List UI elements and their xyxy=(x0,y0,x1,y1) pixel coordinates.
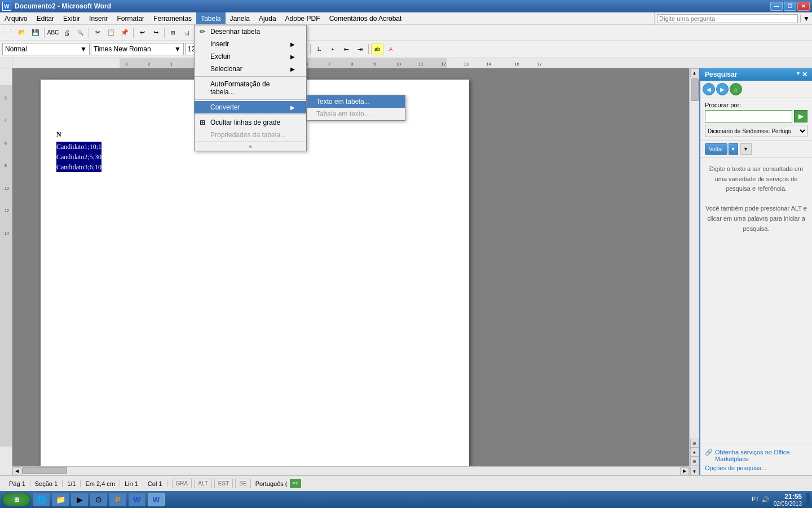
scroll-up-button[interactable]: ▲ xyxy=(690,68,699,77)
search-go-button[interactable]: ▶ xyxy=(794,110,807,122)
redo-button[interactable]: ↪ xyxy=(149,27,162,39)
search-voltar-dropdown-icon[interactable]: ▼ xyxy=(729,143,738,155)
menu-selecionar[interactable]: Selecionar ▶ xyxy=(195,63,306,75)
numbering-button[interactable]: 1. xyxy=(313,43,325,55)
style-dropdown[interactable]: Normal ▼ xyxy=(2,43,90,55)
office-marketplace-link[interactable]: 🔗 Obtenha serviços no Office Marketplace xyxy=(705,449,807,462)
status-line: Lin 1 xyxy=(120,480,143,487)
h-scrollbar-track[interactable] xyxy=(21,467,680,475)
search-panel: Pesquisar ▼ ✕ ◀ ▶ ⌂ Procurar por: ▶ Dici… xyxy=(699,68,812,476)
scroll-left-button[interactable]: ◀ xyxy=(12,467,21,475)
menu-exibir[interactable]: Exibir xyxy=(59,12,85,24)
taskbar-right: PT 🔊 21:55 02/05/2013 xyxy=(752,493,810,507)
svg-text:6: 6 xyxy=(5,141,7,145)
print-button[interactable]: 🖨 xyxy=(60,27,73,39)
start-button[interactable]: ⊞ xyxy=(2,493,30,506)
menu-formatar[interactable]: Formatar xyxy=(112,12,149,24)
spell-button[interactable]: ABC xyxy=(47,27,59,39)
taskbar-word-button[interactable]: W xyxy=(129,493,145,506)
increase-indent-button[interactable]: ⇥ xyxy=(354,43,366,55)
insert-chart-button[interactable]: 📊 xyxy=(180,27,193,39)
search-options-link[interactable]: Opções de pesquisa... xyxy=(705,465,807,471)
font-color-button[interactable]: A xyxy=(385,43,397,55)
open-button[interactable]: 📂 xyxy=(16,27,28,39)
status-est: EST xyxy=(214,479,233,488)
search-back-circle-btn[interactable]: ◀ xyxy=(703,83,715,95)
prev-page-button[interactable]: ⊙ xyxy=(690,439,699,448)
app-icon: W xyxy=(2,2,11,11)
menu-ferramentas[interactable]: Ferramentas xyxy=(149,12,196,24)
inserir-arrow-icon: ▶ xyxy=(290,41,295,47)
search-dictionary-select[interactable]: Dicionário de Sinônimos: Portugu xyxy=(705,125,807,137)
right-scrollbar[interactable]: ▲ ⊙ ● ⊙ ▼ xyxy=(689,68,699,476)
document-lines: Candidato1;10;1 Candidato2;5;30 Candidat… xyxy=(56,142,102,172)
scroll-right-button[interactable]: ▶ xyxy=(680,467,689,475)
font-dropdown[interactable]: Times New Roman ▼ xyxy=(91,43,184,55)
taskbar-ppt-button[interactable]: P xyxy=(109,493,126,506)
doc-line-3: Candidato3;6;10 xyxy=(56,162,102,172)
close-button[interactable]: ✕ xyxy=(797,2,810,11)
taskbar-word2-button[interactable]: W xyxy=(148,493,165,506)
menu-tabela[interactable]: Tabela xyxy=(196,12,225,24)
save-button[interactable]: 💾 xyxy=(29,27,42,39)
menu-inserir[interactable]: Inserir xyxy=(85,12,112,24)
menu-ajuda[interactable]: Ajuda xyxy=(254,12,281,24)
menu-bar: Arquivo Editar Exibir Inserir Formatar F… xyxy=(0,12,812,25)
taskbar-media-button[interactable]: ▶ xyxy=(71,493,88,506)
taskbar-sys-icons: PT 🔊 xyxy=(752,496,769,503)
taskbar-ie-button[interactable]: 🌐 xyxy=(33,493,50,506)
menu-arquivo[interactable]: Arquivo xyxy=(0,12,32,24)
menu-expand[interactable]: « xyxy=(195,141,306,151)
menu-comentarios[interactable]: Comentários do Acrobat xyxy=(325,12,407,24)
ruler-container: 3 2 1 1 2 3 4 5 6 7 8 9 10 11 12 13 14 1… xyxy=(0,58,812,68)
new-button[interactable]: 📄 xyxy=(2,27,15,39)
scrollbar-thumb[interactable] xyxy=(691,78,699,101)
search-home-circle-btn[interactable]: ⌂ xyxy=(730,83,742,95)
taskbar-chrome-button[interactable]: ⊙ xyxy=(90,493,107,506)
cut-button[interactable]: ✂ xyxy=(91,27,104,39)
menu-ocultar-grade[interactable]: ⊞ Ocultar linhas de grade xyxy=(195,116,306,129)
scroll-down-button[interactable]: ▼ xyxy=(690,467,699,476)
marketplace-label: Obtenha serviços no Office Marketplace xyxy=(715,449,807,462)
undo-button[interactable]: ↩ xyxy=(136,27,148,39)
highlight-button[interactable]: ab xyxy=(371,43,383,55)
menu-desenhar-tabela[interactable]: ✏ Desenhar tabela xyxy=(195,25,306,38)
menu-janela[interactable]: Janela xyxy=(226,12,254,24)
taskbar-show-desktop[interactable] xyxy=(806,493,810,506)
menu-editar[interactable]: Editar xyxy=(32,12,59,24)
svg-text:10: 10 xyxy=(396,62,401,67)
search-panel-dropdown-icon[interactable]: ▼ xyxy=(796,71,801,78)
paste-button[interactable]: 📌 xyxy=(118,27,131,39)
menu-adobepdf[interactable]: Adobe PDF xyxy=(281,12,325,24)
svg-text:4: 4 xyxy=(5,119,7,122)
search-input[interactable] xyxy=(705,110,792,122)
h-scrollbar-thumb[interactable] xyxy=(22,467,67,474)
horizontal-scrollbar[interactable]: ◀ ▶ xyxy=(12,466,689,475)
menu-converter[interactable]: Converter ▶ xyxy=(195,101,306,113)
taskbar-folder-button[interactable]: 📁 xyxy=(52,493,69,506)
search-fwd-circle-btn[interactable]: ▶ xyxy=(716,83,729,95)
svg-text:12: 12 xyxy=(5,209,9,213)
dropdown-arrow-icon[interactable]: ▼ xyxy=(803,15,810,23)
menu-excluir[interactable]: Excluir ▶ xyxy=(195,50,306,63)
insert-table-button[interactable]: ⊞ xyxy=(167,27,179,39)
search-panel-close-icon[interactable]: ✕ xyxy=(802,71,807,78)
menu-autoformatacao[interactable]: AutoFormatação de tabela... xyxy=(195,78,306,98)
search-panel-controls: ▼ ✕ xyxy=(796,71,807,78)
quick-search-input[interactable] xyxy=(657,14,798,23)
search-options-button[interactable]: ▼ xyxy=(740,143,752,155)
bullets-button[interactable]: • xyxy=(326,43,339,55)
menu-propriedades: Propriedades da tabela... xyxy=(195,129,306,141)
search-voltar-button[interactable]: Voltar xyxy=(705,143,727,155)
print-preview-button[interactable]: 🔍 xyxy=(74,27,86,39)
converter-arrow-icon: ▶ xyxy=(290,104,295,111)
menu-inserir[interactable]: Inserir ▶ xyxy=(195,38,306,50)
minimize-button[interactable]: — xyxy=(770,2,783,11)
submenu-texto-em-tabela[interactable]: Texto em tabela... xyxy=(307,95,405,108)
restore-button[interactable]: ❐ xyxy=(784,2,796,11)
copy-button[interactable]: 📋 xyxy=(105,27,117,39)
next-page-button[interactable]: ⊙ xyxy=(690,457,699,466)
select-browse-button[interactable]: ● xyxy=(690,448,699,457)
scrollbar-track[interactable] xyxy=(690,77,699,437)
decrease-indent-button[interactable]: ⇤ xyxy=(340,43,352,55)
